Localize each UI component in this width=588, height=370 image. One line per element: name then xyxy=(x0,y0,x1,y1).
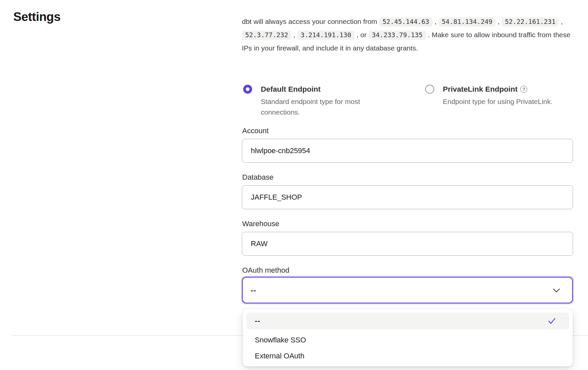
ip-chip: 52.22.161.231 xyxy=(502,17,559,27)
endpoint-option-default[interactable]: Default Endpoint Standard endpoint type … xyxy=(243,84,396,118)
settings-page: Settings dbt will always access your con… xyxy=(0,0,588,370)
database-input[interactable] xyxy=(242,185,573,209)
radio-privatelink-endpoint[interactable] xyxy=(425,85,434,94)
endpoint-description: Endpoint type for using PrivateLink. xyxy=(443,96,552,107)
account-input[interactable] xyxy=(242,139,573,163)
oauth-method-dropdown: -- Snowflake SSO External OAuth xyxy=(243,309,573,366)
oauth-method-select[interactable]: -- xyxy=(242,277,573,304)
ip-chip: 52.3.77.232 xyxy=(242,31,291,40)
endpoint-option-privatelink[interactable]: PrivateLink Endpoint? Endpoint type for … xyxy=(425,84,575,107)
oauth-selected-value: -- xyxy=(251,286,256,295)
chevron-down-icon xyxy=(553,288,560,293)
endpoint-description: Standard endpoint type for most connecti… xyxy=(261,96,385,118)
help-icon[interactable]: ? xyxy=(520,86,527,93)
warehouse-label: Warehouse xyxy=(242,220,279,228)
ip-chip: 54.81.134.249 xyxy=(439,17,496,27)
ip-allowlist-notice: dbt will always access your connection f… xyxy=(242,15,574,54)
dropdown-option-external-oauth[interactable]: External OAuth xyxy=(243,348,573,364)
dropdown-option-none[interactable]: -- xyxy=(246,313,569,329)
endpoint-label: Default Endpoint xyxy=(261,84,385,94)
page-title: Settings xyxy=(13,10,60,24)
ip-chip: 3.214.191.130 xyxy=(297,31,355,40)
oauth-method-label: OAuth method xyxy=(242,266,289,275)
dropdown-option-snowflake-sso[interactable]: Snowflake SSO xyxy=(243,332,573,348)
warehouse-input[interactable] xyxy=(242,232,573,256)
notice-intro: dbt will always access your connection f… xyxy=(242,18,379,25)
radio-default-endpoint[interactable] xyxy=(243,85,252,94)
endpoint-label: PrivateLink Endpoint? xyxy=(443,84,552,94)
account-label: Account xyxy=(242,127,269,135)
ip-chip: 52.45.144.63 xyxy=(379,17,433,27)
check-icon xyxy=(547,317,556,325)
ip-chip: 34.233.79.135 xyxy=(368,31,426,40)
database-label: Database xyxy=(242,173,273,182)
